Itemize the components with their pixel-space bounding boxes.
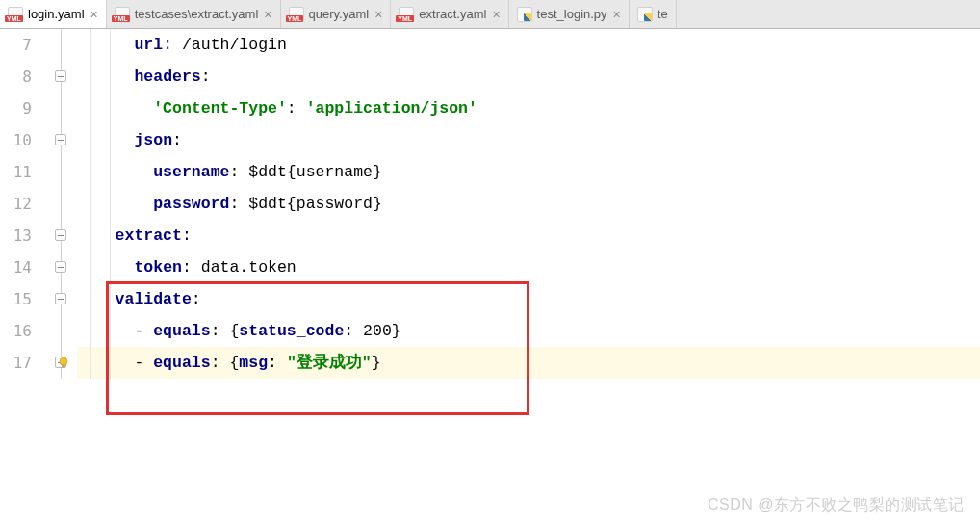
line-number: 14 xyxy=(0,251,32,283)
code-line-11[interactable]: username: $ddt{username} xyxy=(77,156,980,188)
code-line-9[interactable]: 'Content-Type': 'application/json' xyxy=(77,93,980,124)
yaml-file-icon xyxy=(8,7,23,22)
fold-toggle-icon[interactable] xyxy=(55,70,66,82)
intention-bulb-icon[interactable] xyxy=(56,356,71,371)
code-line-13[interactable]: extract: xyxy=(77,220,980,251)
code-line-14[interactable]: token: data.token xyxy=(77,251,980,283)
tab-label: login.yaml xyxy=(28,7,85,21)
svg-rect-1 xyxy=(62,365,65,368)
tab-extract-yaml[interactable]: extract.yaml× xyxy=(391,0,508,28)
close-icon[interactable]: × xyxy=(374,8,382,21)
watermark: CSDN @东方不败之鸭梨的测试笔记 xyxy=(708,495,965,516)
code-line-8[interactable]: headers: xyxy=(77,61,980,93)
close-icon[interactable]: × xyxy=(613,8,621,21)
line-number: 11 xyxy=(0,156,32,188)
yaml-file-icon xyxy=(289,7,304,22)
line-number: 17 xyxy=(0,347,32,379)
code-area[interactable]: url: /auth/login headers: 'Content-Type'… xyxy=(72,29,980,529)
tab-label: testcases\extract.yaml xyxy=(135,7,259,21)
fold-toggle-icon[interactable] xyxy=(55,293,66,304)
tab-label: query.yaml xyxy=(309,7,370,21)
line-number: 13 xyxy=(0,220,32,251)
close-icon[interactable]: × xyxy=(492,8,500,21)
tab-label: te xyxy=(658,7,668,21)
line-number: 15 xyxy=(0,283,32,315)
fold-toggle-icon[interactable] xyxy=(55,134,66,145)
tab-bar: login.yaml×testcases\extract.yaml×query.… xyxy=(0,0,980,29)
tab-label: test_login.py xyxy=(537,7,607,21)
code-line-7[interactable]: url: /auth/login xyxy=(77,29,980,61)
code-line-12[interactable]: password: $ddt{password} xyxy=(77,188,980,220)
fold-toggle-icon[interactable] xyxy=(55,229,66,241)
close-icon[interactable]: × xyxy=(264,8,271,21)
python-file-icon xyxy=(517,7,532,22)
editor-area: 7891011121314151617 url: /auth/login hea… xyxy=(0,29,980,529)
close-icon[interactable]: × xyxy=(90,8,98,21)
tab-query-yaml[interactable]: query.yaml× xyxy=(281,0,392,28)
tab-te[interactable]: te xyxy=(630,0,677,28)
tab-login-yaml[interactable]: login.yaml× xyxy=(0,0,107,28)
line-number: 9 xyxy=(0,93,32,124)
tab-test_login-py[interactable]: test_login.py× xyxy=(509,0,630,28)
tab-testcases-extract-yaml[interactable]: testcases\extract.yaml× xyxy=(107,0,281,28)
fold-toggle-icon[interactable] xyxy=(55,261,66,273)
python-file-icon xyxy=(637,7,653,22)
gutter: 7891011121314151617 xyxy=(0,29,53,529)
tab-label: extract.yaml xyxy=(419,7,486,21)
svg-point-0 xyxy=(60,357,67,365)
line-number: 7 xyxy=(0,29,32,61)
yaml-file-icon xyxy=(399,7,414,22)
code-line-10[interactable]: json: xyxy=(77,124,980,156)
line-number: 10 xyxy=(0,124,32,156)
line-number: 12 xyxy=(0,188,32,220)
line-number: 16 xyxy=(0,315,32,347)
fold-column xyxy=(53,29,72,529)
highlight-box xyxy=(106,281,529,415)
yaml-file-icon xyxy=(115,7,130,22)
line-number: 8 xyxy=(0,61,32,93)
